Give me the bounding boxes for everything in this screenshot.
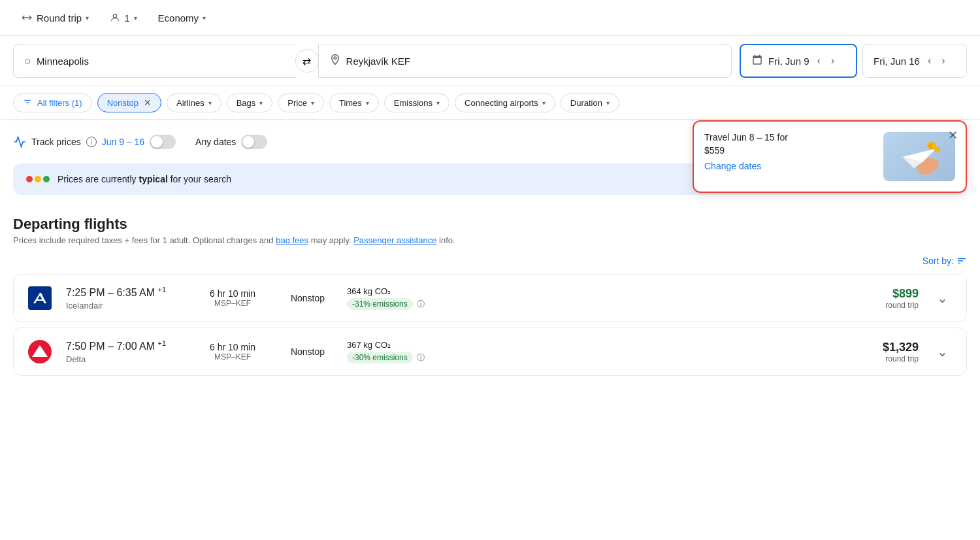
track-section: Track prices i Jun 9 – 16 Any dates Date… [0, 120, 980, 163]
flight1-dash: – [108, 288, 116, 299]
duration-arrow: ▾ [606, 99, 610, 107]
sort-icon [956, 256, 967, 266]
depart-prev-button[interactable]: ‹ [815, 54, 823, 68]
svg-point-23 [935, 147, 939, 151]
origin-icon: ○ [24, 54, 31, 68]
nonstop-close-icon[interactable]: ✕ [144, 97, 152, 108]
emissions-arrow: ▾ [436, 99, 440, 107]
bags-arrow: ▾ [259, 99, 263, 107]
change-dates-link[interactable]: Change dates [704, 161, 875, 171]
flight1-stops: Nonstop [282, 293, 334, 303]
depart-date-label: Fri, Jun 9 [768, 56, 809, 67]
top-bar: Round trip ▾ 1 ▾ Economy ▾ [0, 0, 980, 36]
sort-button[interactable]: Sort by: [923, 256, 967, 266]
flight1-duration: 6 hr 10 min [197, 288, 269, 299]
connecting-airports-label: Connecting airports [465, 98, 538, 108]
airlines-filter-button[interactable]: Airlines ▾ [167, 93, 221, 112]
airlines-label: Airlines [176, 98, 204, 108]
duration-label: Duration [570, 98, 602, 108]
bag-fees-link[interactable]: bag fees [276, 235, 308, 245]
flight2-emissions-info[interactable]: ⓘ [417, 352, 425, 363]
swap-button[interactable]: ⇄ [295, 49, 319, 73]
return-prev-button[interactable]: ‹ [925, 54, 934, 68]
emissions-filter-button[interactable]: Emissions ▾ [384, 93, 449, 112]
passengers-button[interactable]: 1 ▾ [102, 8, 144, 27]
track-info-icon[interactable]: i [86, 137, 97, 147]
departing-subtitle-text: Prices include required taxes + fees for… [13, 235, 274, 245]
passengers-label: 1 [124, 12, 129, 24]
track-prices-row: Track prices i Jun 9 – 16 [13, 135, 176, 149]
flight1-price: $899 [885, 287, 919, 301]
trip-type-label: Round trip [37, 12, 82, 24]
trip-type-button[interactable]: Round trip ▾ [13, 8, 97, 27]
suggestion-card: ✕ Travel Jun 8 – 15 for $559 Change date… [693, 120, 967, 193]
departing-title: Departing flights [13, 216, 967, 233]
flight1-arrive: 6:35 AM [116, 288, 155, 299]
departing-section: Departing flights Prices include require… [0, 205, 980, 392]
dot-mid [35, 176, 41, 182]
flight2-expand-button[interactable]: ⌄ [932, 341, 953, 362]
flight2-depart: 7:50 PM [66, 341, 105, 352]
cabin-button[interactable]: Economy ▾ [150, 8, 214, 27]
flight1-co2: 364 kg CO₂ [347, 286, 438, 296]
flight1-emissions-info[interactable]: ⓘ [417, 299, 425, 310]
flight1-price-sub: round trip [885, 301, 919, 310]
suggestion-illustration: $ [883, 132, 955, 181]
flight1-time: 7:25 PM – 6:35 AM +1 [66, 286, 184, 299]
cabin-label: Economy [158, 12, 199, 24]
flight1-expand-button[interactable]: ⌄ [932, 288, 953, 309]
flight2-co2: 367 kg CO₂ [347, 340, 438, 350]
track-dates-toggle[interactable] [150, 135, 176, 149]
departing-subtitle-text2: may apply. [311, 235, 351, 245]
svg-point-0 [114, 14, 117, 18]
price-filter-button[interactable]: Price ▾ [278, 93, 324, 112]
flight2-duration-block: 6 hr 10 min MSP–KEF [197, 342, 269, 362]
flight-card[interactable]: 7:25 PM – 6:35 AM +1 Icelandair 6 hr 10 … [13, 274, 967, 322]
flight1-airline: Icelandair [66, 301, 184, 311]
return-next-button[interactable]: › [939, 54, 947, 68]
flight-card[interactable]: 7:50 PM – 7:00 AM +1 Delta 6 hr 10 min M… [13, 328, 967, 376]
flight2-price-sub: round trip [883, 354, 919, 363]
svg-point-1 [334, 56, 336, 59]
trip-type-arrow: ▾ [86, 14, 89, 22]
suggestion-close-button[interactable]: ✕ [948, 128, 958, 143]
svg-rect-24 [28, 286, 52, 310]
delta-icon [28, 340, 52, 363]
any-dates-toggle[interactable] [241, 135, 267, 149]
origin-field[interactable]: ○ [13, 44, 296, 78]
flight2-price: $1,329 [883, 341, 919, 354]
bags-filter-button[interactable]: Bags ▾ [227, 93, 273, 112]
duration-filter-button[interactable]: Duration ▾ [561, 93, 619, 112]
flight2-emissions: 367 kg CO₂ -30% emissions ⓘ [347, 340, 438, 363]
icelandair-logo [27, 285, 53, 311]
departing-subtitle-text3: info. [439, 235, 455, 245]
flight2-arrive: 7:00 AM [116, 341, 155, 352]
suggestion-title: Travel Jun 8 – 15 for [704, 132, 875, 143]
all-filters-button[interactable]: All filters (1) [13, 93, 92, 112]
times-arrow: ▾ [366, 99, 369, 107]
destination-field[interactable] [318, 44, 732, 78]
flight1-times: 7:25 PM – 6:35 AM +1 Icelandair [66, 286, 184, 310]
connecting-airports-filter-button[interactable]: Connecting airports ▾ [455, 93, 555, 112]
return-date-label: Fri, Jun 16 [874, 56, 920, 67]
flight1-depart: 7:25 PM [66, 288, 105, 299]
return-date-field[interactable]: Fri, Jun 16 ‹ › [862, 44, 967, 78]
destination-icon [329, 54, 341, 69]
search-bar: ○ ⇄ Fri, Jun 9 ‹ › Fri, Jun 16 ‹ › [0, 36, 980, 86]
price-indicator [26, 176, 50, 182]
depart-date-field[interactable]: Fri, Jun 9 ‹ › [740, 44, 857, 78]
nonstop-label: Nonstop [107, 98, 139, 108]
destination-input[interactable] [346, 56, 721, 67]
nonstop-filter-button[interactable]: Nonstop ✕ [97, 93, 161, 112]
filter-bar: All filters (1) Nonstop ✕ Airlines ▾ Bag… [0, 86, 980, 120]
flight2-emissions-badge: -30% emissions [347, 352, 413, 363]
depart-next-button[interactable]: › [828, 54, 837, 68]
svg-text:$: $ [929, 144, 932, 148]
passenger-link[interactable]: Passenger assistance [353, 235, 436, 245]
origin-input[interactable] [37, 56, 286, 67]
flight2-arrive-suffix: +1 [158, 339, 167, 347]
passengers-arrow: ▾ [134, 14, 137, 22]
price-tip-text: Prices are currently typical for your se… [57, 174, 231, 184]
times-filter-button[interactable]: Times ▾ [329, 93, 379, 112]
flight2-stops: Nonstop [282, 346, 334, 357]
